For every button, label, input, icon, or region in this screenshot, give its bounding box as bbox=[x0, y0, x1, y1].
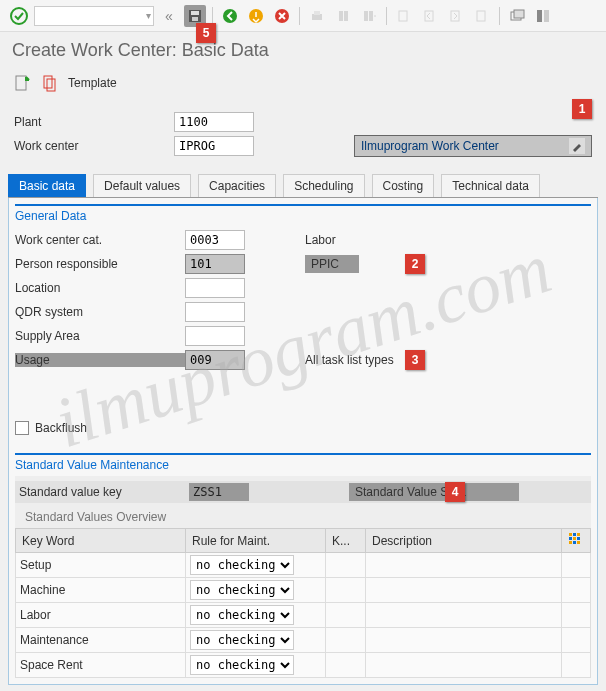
location-input[interactable] bbox=[185, 278, 245, 298]
cell-desc[interactable] bbox=[366, 578, 562, 603]
col-settings[interactable] bbox=[562, 529, 591, 553]
standard-value-key-desc: Standard Value SS 1 bbox=[349, 483, 519, 501]
work-center-cat-input[interactable] bbox=[185, 230, 245, 250]
edit-text-icon[interactable] bbox=[569, 138, 585, 154]
cell-k[interactable] bbox=[326, 603, 366, 628]
header-fields: Plant 1 Work center Ilmuprogram Work Cen… bbox=[8, 103, 598, 166]
print-icon bbox=[306, 5, 328, 27]
svg-rect-25 bbox=[573, 533, 576, 536]
table-row: Maintenanceno checking bbox=[16, 628, 591, 653]
svg-rect-26 bbox=[577, 533, 580, 536]
cell-spacer bbox=[562, 653, 591, 678]
rule-select[interactable]: no checking bbox=[190, 580, 294, 600]
col-desc[interactable]: Description bbox=[366, 529, 562, 553]
rule-select[interactable]: no checking bbox=[190, 630, 294, 650]
rule-select[interactable]: no checking bbox=[190, 605, 294, 625]
cancel-icon[interactable] bbox=[271, 5, 293, 27]
layout-icon[interactable] bbox=[532, 5, 554, 27]
callout-2: 2 bbox=[405, 254, 425, 274]
rule-select[interactable]: no checking bbox=[190, 655, 294, 675]
qdr-system-label: QDR system bbox=[15, 305, 185, 319]
svg-rect-24 bbox=[569, 533, 572, 536]
col-keyword[interactable]: Key Word bbox=[16, 529, 186, 553]
cell-k[interactable] bbox=[326, 553, 366, 578]
svm-title: Standard Value Maintenance bbox=[15, 455, 591, 476]
work-center-cat-desc: Labor bbox=[305, 233, 336, 247]
table-row: Laborno checking bbox=[16, 603, 591, 628]
supply-area-input[interactable] bbox=[185, 326, 245, 346]
tab-strip: Basic data Default values Capacities Sch… bbox=[8, 174, 598, 198]
prev-page-icon bbox=[419, 5, 441, 27]
cell-spacer bbox=[562, 578, 591, 603]
tab-capacities[interactable]: Capacities bbox=[198, 174, 276, 197]
svg-rect-30 bbox=[569, 541, 572, 544]
person-responsible-desc: PPIC bbox=[305, 255, 359, 273]
qdr-system-input[interactable] bbox=[185, 302, 245, 322]
cell-keyword: Maintenance bbox=[16, 628, 186, 653]
new-window-icon[interactable] bbox=[506, 5, 528, 27]
tab-default-values[interactable]: Default values bbox=[93, 174, 191, 197]
cell-desc[interactable] bbox=[366, 553, 562, 578]
cell-desc[interactable] bbox=[366, 628, 562, 653]
grid-settings-icon[interactable] bbox=[568, 532, 584, 548]
cell-rule[interactable]: no checking bbox=[186, 578, 326, 603]
tab-scheduling[interactable]: Scheduling bbox=[283, 174, 364, 197]
cell-spacer bbox=[562, 628, 591, 653]
cell-k[interactable] bbox=[326, 578, 366, 603]
rule-select[interactable]: no checking bbox=[190, 555, 294, 575]
work-center-desc-input[interactable]: Ilmuprogram Work Center bbox=[354, 135, 592, 157]
last-page-icon bbox=[471, 5, 493, 27]
cell-rule[interactable]: no checking bbox=[186, 603, 326, 628]
callout-1: 1 bbox=[572, 99, 592, 119]
callout-4: 4 bbox=[445, 482, 465, 502]
svg-rect-19 bbox=[537, 10, 542, 22]
backflush-label: Backflush bbox=[35, 421, 87, 435]
cell-desc[interactable] bbox=[366, 603, 562, 628]
table-row: Machineno checking bbox=[16, 578, 591, 603]
template-icon[interactable] bbox=[40, 73, 60, 93]
tab-basic-data[interactable]: Basic data bbox=[8, 174, 86, 197]
standard-values-table: Key Word Rule for Maint. K... Descriptio… bbox=[15, 528, 591, 678]
general-data-group: General Data Work center cat. Labor Pers… bbox=[15, 204, 591, 435]
standard-values-overview-title: Standard Values Overview bbox=[15, 506, 591, 528]
collapse-left-icon[interactable]: « bbox=[158, 5, 180, 27]
svg-rect-12 bbox=[369, 11, 373, 21]
tab-costing[interactable]: Costing bbox=[372, 174, 435, 197]
next-page-icon bbox=[445, 5, 467, 27]
save-button[interactable]: 5 bbox=[184, 5, 206, 27]
col-rule[interactable]: Rule for Maint. bbox=[186, 529, 326, 553]
table-row: Setupno checking bbox=[16, 553, 591, 578]
plant-input[interactable] bbox=[174, 112, 254, 132]
work-center-cat-label: Work center cat. bbox=[15, 233, 185, 247]
toolbar-separator bbox=[386, 7, 387, 25]
cell-rule[interactable]: no checking bbox=[186, 553, 326, 578]
back-icon[interactable] bbox=[219, 5, 241, 27]
create-icon[interactable] bbox=[12, 73, 32, 93]
tab-technical-data[interactable]: Technical data bbox=[441, 174, 540, 197]
svg-point-4 bbox=[223, 9, 237, 23]
cell-rule[interactable]: no checking bbox=[186, 628, 326, 653]
svg-rect-11 bbox=[364, 11, 368, 21]
command-field[interactable] bbox=[34, 6, 154, 26]
cell-keyword: Labor bbox=[16, 603, 186, 628]
cell-spacer bbox=[562, 553, 591, 578]
usage-label: Usage bbox=[15, 353, 185, 367]
usage-input[interactable] bbox=[185, 350, 245, 370]
cell-rule[interactable]: no checking bbox=[186, 653, 326, 678]
col-k[interactable]: K... bbox=[326, 529, 366, 553]
work-center-input[interactable] bbox=[174, 136, 254, 156]
table-row: Space Rentno checking bbox=[16, 653, 591, 678]
cell-k[interactable] bbox=[326, 653, 366, 678]
cell-keyword: Space Rent bbox=[16, 653, 186, 678]
backflush-checkbox[interactable] bbox=[15, 421, 29, 435]
ok-icon[interactable] bbox=[8, 5, 30, 27]
person-responsible-input[interactable] bbox=[185, 254, 245, 274]
template-label[interactable]: Template bbox=[68, 76, 117, 90]
standard-value-key-input[interactable]: ZSS1 bbox=[189, 483, 249, 501]
exit-icon[interactable] bbox=[245, 5, 267, 27]
cell-k[interactable] bbox=[326, 628, 366, 653]
sub-toolbar: Template bbox=[0, 69, 606, 103]
cell-desc[interactable] bbox=[366, 653, 562, 678]
cell-spacer bbox=[562, 603, 591, 628]
first-page-icon bbox=[393, 5, 415, 27]
